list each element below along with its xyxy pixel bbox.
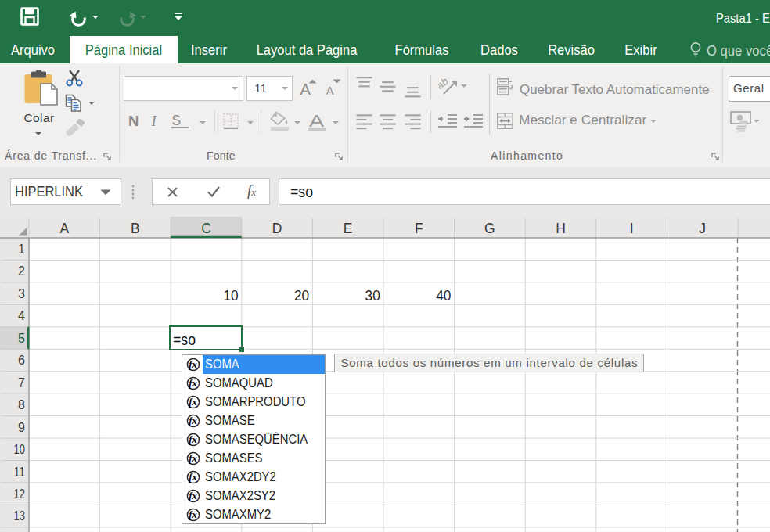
svg-text:10: 10 (223, 287, 238, 304)
svg-text:10: 10 (14, 443, 26, 456)
svg-text:9: 9 (18, 421, 25, 434)
svg-text:fx: fx (189, 434, 196, 445)
svg-text:3: 3 (18, 287, 25, 300)
svg-text:7: 7 (18, 376, 25, 390)
svg-text:D: D (272, 221, 282, 236)
svg-text:2: 2 (18, 264, 25, 278)
svg-text:E: E (344, 221, 353, 236)
svg-text:J: J (699, 221, 706, 236)
svg-text:fx: fx (189, 491, 196, 501)
svg-text:I: I (630, 221, 634, 236)
svg-text:1: 1 (18, 243, 25, 256)
svg-text:4: 4 (18, 309, 25, 322)
svg-text:C: C (201, 221, 211, 236)
svg-text:fx: fx (189, 509, 196, 520)
svg-text:fx: fx (189, 359, 196, 370)
svg-text:fx: fx (189, 472, 196, 483)
svg-text:6: 6 (18, 354, 25, 367)
svg-text:12: 12 (14, 487, 26, 501)
svg-text:fx: fx (189, 453, 196, 464)
svg-text:11: 11 (14, 466, 26, 479)
svg-text:F: F (415, 221, 423, 236)
svg-text:H: H (556, 221, 566, 236)
svg-text:B: B (131, 221, 140, 236)
svg-text:20: 20 (294, 287, 309, 304)
svg-text:13: 13 (14, 509, 26, 523)
svg-text:8: 8 (18, 398, 25, 412)
svg-text:A: A (59, 221, 69, 236)
svg-text:G: G (484, 221, 495, 236)
svg-text:fx: fx (189, 378, 196, 389)
svg-text:40: 40 (436, 287, 451, 304)
svg-text:fx: fx (189, 397, 196, 408)
svg-text:5: 5 (18, 332, 25, 345)
svg-text:fx: fx (189, 415, 196, 426)
svg-text:30: 30 (365, 287, 380, 304)
